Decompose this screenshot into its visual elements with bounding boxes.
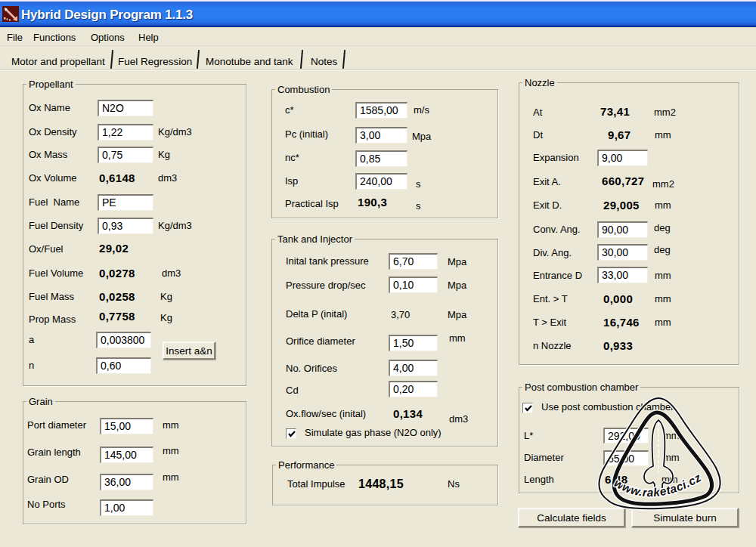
svg-text:www.raketaci.cz: www.raketaci.cz	[612, 471, 703, 499]
